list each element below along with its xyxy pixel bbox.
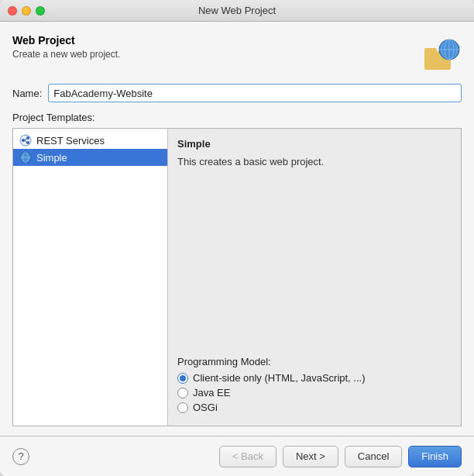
bottom-left: ?: [12, 448, 29, 465]
name-row: Name:: [12, 84, 462, 102]
svg-point-8: [22, 139, 25, 142]
window-title: New Web Project: [198, 5, 276, 16]
dialog-content: Web Project Create a new web project. Na…: [0, 22, 474, 436]
minimize-button[interactable]: [22, 6, 31, 16]
dialog-window: New Web Project Web Project Create a new…: [0, 0, 474, 476]
window-controls: [8, 6, 45, 16]
name-input[interactable]: [48, 84, 462, 102]
radio-circle-client-side: [177, 373, 188, 384]
simple-icon: [19, 151, 32, 164]
svg-point-9: [26, 136, 29, 140]
radio-circle-osgi: [177, 402, 188, 413]
close-button[interactable]: [8, 6, 17, 16]
radio-label-osgi: OSGi: [193, 402, 218, 413]
templates-panel: REST Services Simple Simple: [12, 128, 462, 426]
svg-rect-1: [424, 48, 437, 53]
simple-label: Simple: [36, 152, 67, 164]
radio-java-ee[interactable]: Java EE: [177, 387, 452, 398]
radio-label-client-side: Client-side only (HTML, JavaScript, ...): [193, 372, 366, 384]
templates-label: Project Templates:: [12, 112, 462, 123]
page-subtitle: Create a new web project.: [12, 49, 120, 60]
template-list: REST Services Simple: [13, 129, 168, 426]
finish-button[interactable]: Finish: [408, 446, 462, 467]
page-title: Web Project: [12, 34, 120, 47]
rest-services-label: REST Services: [36, 135, 105, 147]
programming-model-section: Programming Model: Client-side only (HTM…: [177, 347, 452, 416]
maximize-button[interactable]: [36, 6, 45, 16]
help-button[interactable]: ?: [12, 448, 29, 465]
svg-point-10: [26, 141, 29, 144]
bottom-right: < Back Next > Cancel Finish: [219, 446, 462, 467]
template-item-rest[interactable]: REST Services: [13, 132, 167, 149]
detail-description: This creates a basic web project.: [177, 156, 452, 167]
dialog-header: Web Project Create a new web project.: [12, 34, 462, 74]
radio-circle-java-ee: [177, 388, 188, 398]
header-icon: [421, 34, 462, 74]
radio-osgi[interactable]: OSGi: [177, 402, 452, 413]
rest-icon: [19, 134, 32, 147]
programming-model-label: Programming Model:: [177, 356, 452, 367]
cancel-button[interactable]: Cancel: [345, 446, 402, 467]
template-detail: Simple This creates a basic web project.…: [168, 129, 461, 426]
radio-label-java-ee: Java EE: [193, 387, 230, 398]
back-button[interactable]: < Back: [219, 446, 276, 467]
titlebar: New Web Project: [0, 0, 474, 22]
next-button[interactable]: Next >: [283, 446, 338, 467]
radio-client-side[interactable]: Client-side only (HTML, JavaScript, ...): [177, 372, 452, 384]
bottom-bar: ? < Back Next > Cancel Finish: [0, 436, 474, 476]
name-label: Name:: [12, 88, 42, 99]
detail-title: Simple: [177, 138, 452, 150]
header-text: Web Project Create a new web project.: [12, 34, 120, 60]
template-item-simple[interactable]: Simple: [13, 149, 167, 166]
